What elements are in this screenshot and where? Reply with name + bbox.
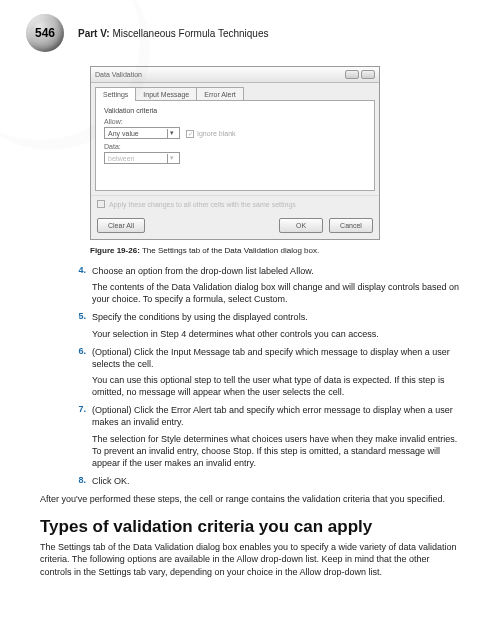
data-select[interactable]: between ▾ <box>104 152 180 164</box>
dialog-buttons: Clear All OK Cancel <box>91 212 379 239</box>
ignore-blank-label: Ignore blank <box>197 130 236 137</box>
step-followup: The contents of the Data Validation dial… <box>92 281 460 305</box>
body-paragraph: The Settings tab of the Data Validation … <box>40 541 460 577</box>
steps-list: 4. Choose an option from the drop-down l… <box>70 265 460 487</box>
dialog-title: Data Validation <box>95 71 142 78</box>
dialog-titlebar: Data Validation <box>91 67 379 83</box>
cancel-button[interactable]: Cancel <box>329 218 373 233</box>
tab-settings[interactable]: Settings <box>95 87 136 101</box>
data-value: between <box>108 155 134 162</box>
tab-input-message[interactable]: Input Message <box>135 87 197 101</box>
section-heading: Types of validation criteria you can app… <box>40 517 460 537</box>
apply-checkbox[interactable] <box>97 200 105 208</box>
step-text: Click OK. <box>92 475 460 487</box>
list-item: 4. Choose an option from the drop-down l… <box>70 265 460 305</box>
part-title: Miscellaneous Formula Techniques <box>112 28 268 39</box>
step-followup: Your selection in Step 4 determines what… <box>92 328 460 340</box>
checkbox-icon <box>97 200 105 208</box>
clear-all-button[interactable]: Clear All <box>97 218 145 233</box>
apply-label: Apply these changes to all other cells w… <box>109 201 296 208</box>
close-icon[interactable] <box>361 70 375 79</box>
window-buttons <box>345 70 375 79</box>
part-heading: Part V: Miscellaneous Formula Techniques <box>78 28 268 39</box>
caption-text: The Settings tab of the Data Validation … <box>140 246 319 255</box>
data-label: Data: <box>104 143 366 150</box>
validation-criteria-label: Validation criteria <box>104 107 366 114</box>
list-item: 7. (Optional) Click the Error Alert tab … <box>70 404 460 469</box>
apply-row: Apply these changes to all other cells w… <box>91 195 379 212</box>
step-number: 5. <box>70 311 86 339</box>
figure-caption: Figure 19-26: The Settings tab of the Da… <box>90 246 500 255</box>
step-text: Specify the conditions by using the disp… <box>92 311 460 323</box>
list-item: 6. (Optional) Click the Input Message ta… <box>70 346 460 399</box>
help-icon[interactable] <box>345 70 359 79</box>
after-paragraph: After you've performed these steps, the … <box>40 493 460 505</box>
step-number: 7. <box>70 404 86 469</box>
allow-select[interactable]: Any value ▾ <box>104 127 180 139</box>
tab-error-alert[interactable]: Error Alert <box>196 87 244 101</box>
list-item: 5. Specify the conditions by using the d… <box>70 311 460 339</box>
data-validation-dialog: Data Validation Settings Input Message E… <box>90 66 380 240</box>
step-number: 4. <box>70 265 86 305</box>
part-label: Part V: <box>78 28 110 39</box>
caption-bold: Figure 19-26: <box>90 246 140 255</box>
page-number: 546 <box>35 26 55 40</box>
ok-button[interactable]: OK <box>279 218 323 233</box>
list-item: 8. Click OK. <box>70 475 460 487</box>
page-header: 546 Part V: Miscellaneous Formula Techni… <box>0 0 500 52</box>
step-text: (Optional) Click the Error Alert tab and… <box>92 404 460 428</box>
ignore-blank-checkbox[interactable]: ✓ Ignore blank <box>186 130 236 138</box>
page-number-badge: 546 <box>26 14 64 52</box>
figure: Data Validation Settings Input Message E… <box>90 66 380 240</box>
step-text: Choose an option from the drop-down list… <box>92 265 460 277</box>
step-text: (Optional) Click the Input Message tab a… <box>92 346 460 370</box>
step-followup: You can use this optional step to tell t… <box>92 374 460 398</box>
allow-value: Any value <box>108 130 139 137</box>
step-number: 6. <box>70 346 86 399</box>
step-followup: The selection for Style determines what … <box>92 433 460 469</box>
tab-body: Validation criteria Allow: Any value ▾ ✓… <box>95 100 375 191</box>
allow-label: Allow: <box>104 118 180 125</box>
checkbox-icon: ✓ <box>186 130 194 138</box>
chevron-down-icon: ▾ <box>167 129 176 138</box>
dialog-tabs: Settings Input Message Error Alert <box>95 87 379 101</box>
step-number: 8. <box>70 475 86 487</box>
chevron-down-icon: ▾ <box>167 154 176 163</box>
